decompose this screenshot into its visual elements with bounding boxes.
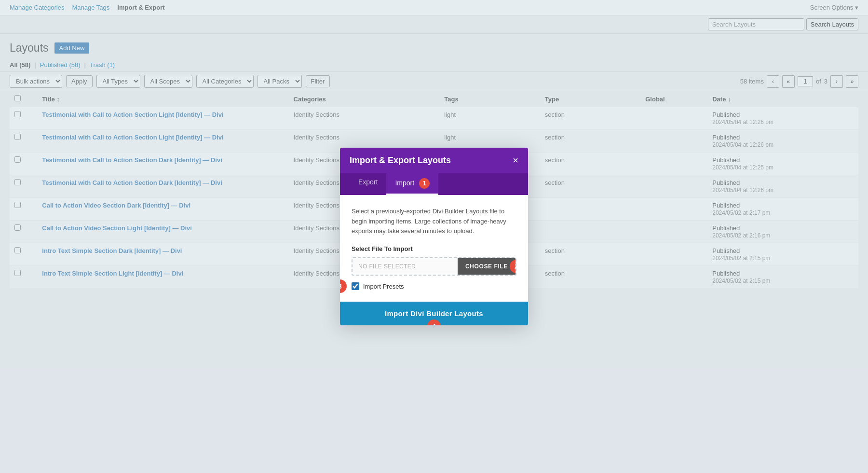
tab-import-badge: 1	[419, 178, 430, 189]
import-presets-checkbox[interactable]	[352, 282, 359, 290]
import-presets-label: Import Presets	[363, 283, 404, 290]
import-presets-row: Import Presets 3	[352, 282, 516, 290]
modal-overlay: Import & Export Layouts × Export Import …	[0, 0, 868, 473]
modal-tabs: Export Import 1	[340, 173, 528, 195]
file-select-row: NO FILE SELECTED CHOOSE FILE 2	[352, 257, 516, 276]
modal-footer: Import Divi Builder Layouts 4	[340, 302, 528, 325]
modal-title: Import & Export Layouts	[350, 155, 451, 166]
tab-export[interactable]: Export	[350, 173, 386, 195]
modal-close-button[interactable]: ×	[513, 155, 518, 165]
import-export-modal: Import & Export Layouts × Export Import …	[340, 148, 528, 325]
modal-header: Import & Export Layouts ×	[340, 148, 528, 173]
file-name-display: NO FILE SELECTED	[353, 259, 458, 274]
modal-body: Select a previously-exported Divi Builde…	[340, 195, 528, 302]
choose-file-button[interactable]: CHOOSE FILE	[458, 258, 515, 275]
modal-description: Select a previously-exported Divi Builde…	[352, 207, 516, 236]
step-badge-3: 3	[340, 279, 347, 293]
field-label: Select File To Import	[352, 245, 516, 252]
tab-import[interactable]: Import 1	[386, 173, 438, 195]
